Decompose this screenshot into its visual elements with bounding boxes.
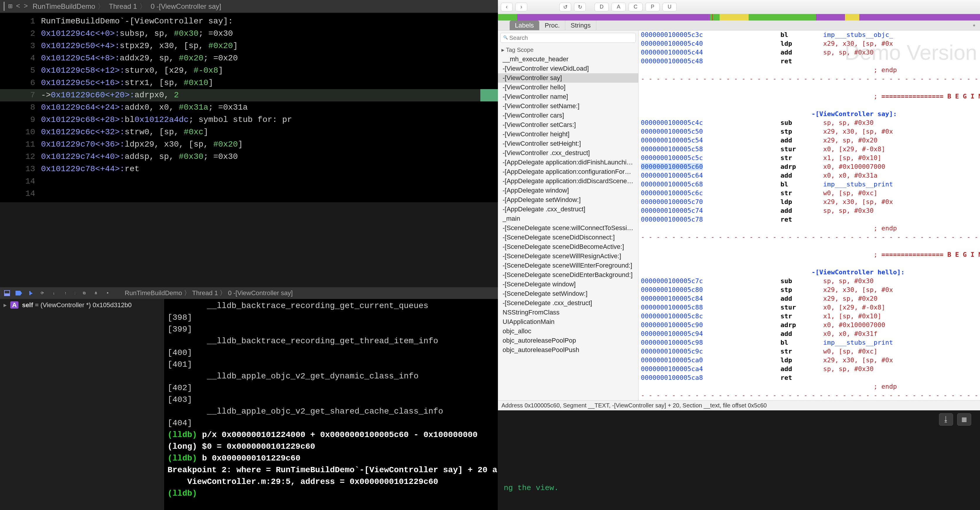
back-icon[interactable]: < [16,2,20,10]
disasm-line[interactable]: 0000000100005c80 stp x29, x30, [sp, #0x [641,285,980,294]
disasm-line[interactable]: 0000000100005c70 ldp x29, x30, [sp, #0x [641,198,980,206]
variables-pane[interactable]: ▸ A self = (ViewController *) 0x105d312b… [0,299,164,510]
list-item[interactable]: objc_alloc [498,327,638,336]
list-item[interactable]: -[AppDelegate .cxx_destruct] [498,205,638,214]
list-item[interactable]: -[AppDelegate setWindow:] [498,195,638,205]
list-item[interactable]: -[SceneDelegate .cxx_destruct] [498,298,638,308]
nav-forward-button[interactable]: › [515,3,527,11]
view-debug-icon[interactable]: ⧉ [81,290,88,296]
mode-c-button[interactable]: C [628,3,643,11]
asm-line[interactable]: 12 0x101229c74 <+40>: add sp, sp, #0x30 … [0,151,498,163]
disasm-line[interactable]: 0000000100005c6c str w0, [sp, #0xc] [641,189,980,198]
download-icon[interactable]: ⭳ [939,413,953,426]
list-item[interactable]: -[SceneDelegate setWindow:] [498,289,638,298]
disasm-line[interactable]: ; ================ B E G I N N I N G O F… [641,92,980,101]
tab-proc[interactable]: Proc. [539,21,565,30]
disasm-line[interactable]: -[ViewController hello]: [641,268,980,277]
mode-a-button[interactable]: A [611,3,625,11]
disasm-line[interactable]: ; ================ B E G I N N I N G O F… [641,250,980,259]
list-item[interactable]: UIApplicationMain [498,317,638,327]
disasm-line[interactable] [641,101,980,110]
breakpoints-icon[interactable] [15,290,22,296]
asm-line[interactable]: 3 0x101229c50 <+4>: stp x29, x30, [sp, #… [0,40,498,52]
forward-icon[interactable]: > [24,2,28,10]
list-item[interactable]: -[ViewController height] [498,129,638,139]
list-item[interactable]: -[ViewController .cxx_destruct] [498,148,638,158]
disasm-line[interactable]: 0000000100005c84 add x29, sp, #0x20 [641,294,980,303]
asm-line[interactable]: 9 0x101229c68 <+28>: bl 0x10122a4dc ; sy… [0,114,498,126]
disasm-line[interactable]: 0000000100005c4c sub sp, sp, #0x30 [641,118,980,127]
disasm-line[interactable] [641,259,980,268]
step-over-icon[interactable]: ⟳ [39,290,46,296]
list-item[interactable]: -[ViewController setCars:] [498,120,638,129]
disasm-line[interactable]: 0000000100005c64 add x0, x0, #0x31a [641,171,980,180]
disasm-line[interactable]: 0000000100005c74 add sp, sp, #0x30 [641,206,980,215]
disassembly-pane[interactable]: Demo Version 0000000100005c3c bl imp___s… [638,30,980,400]
list-item[interactable]: -[AppDelegate application:didDiscardScen… [498,177,638,186]
asm-line[interactable]: 6 0x101229c5c <+16>: str x1, [sp, #0x10] [0,77,498,89]
disasm-line[interactable]: 0000000100005c98 bl imp___stubs__print [641,338,980,347]
disasm-line[interactable]: 0000000100005c3c bl imp___stubs__objc_ [641,30,980,39]
grid-icon[interactable]: ⊞ [8,2,12,11]
tab-strings[interactable]: Strings [565,21,596,30]
disasm-line[interactable]: 0000000100005c94 add x0, x0, #0x31f [641,330,980,338]
symbol-list[interactable]: __mh_execute_header-[ViewController view… [498,54,638,398]
disasm-line[interactable]: 0000000100005c40 ldp x29, x30, [sp, #0x [641,39,980,48]
redo-button[interactable]: ↻ [574,3,586,11]
list-item[interactable]: -[SceneDelegate sceneDidDisconnect:] [498,233,638,242]
panels-icon[interactable]: ▦ [957,413,971,426]
asm-line[interactable]: 2 0x101229c4c <+0>: sub sp, sp, #0x30 ; … [0,27,498,40]
disasm-line[interactable]: 0000000100005c90 adrp x0, #0x100007000 [641,321,980,330]
list-item[interactable]: -[AppDelegate window] [498,186,638,195]
mode-d-button[interactable]: D [595,3,609,11]
list-item[interactable]: -[ViewController say] [498,73,638,83]
list-item[interactable]: -[AppDelegate application:configurationF… [498,167,638,177]
asm-line[interactable]: 14 [0,175,498,188]
list-item[interactable]: -[ViewController setHeight:] [498,139,638,148]
list-item[interactable]: -[SceneDelegate sceneDidEnterBackground:… [498,270,638,280]
minimap[interactable] [498,14,980,21]
mode-p-button[interactable]: P [646,3,660,11]
nav-back-button[interactable]: ‹ [501,3,512,11]
list-item[interactable]: -[ViewController name] [498,92,638,101]
step-out-icon[interactable]: ↑ [62,290,69,296]
undo-button[interactable]: ↺ [559,3,571,11]
disasm-line[interactable]: 0000000100005c48 ret [641,57,980,66]
disasm-line[interactable]: 0000000100005c54 add x29, sp, #0x20 [641,136,980,145]
list-item[interactable]: -[SceneDelegate scene:willConnectToSessi… [498,223,638,233]
disasm-line[interactable]: 0000000100005ca4 add sp, sp, #0x30 [641,365,980,373]
tab-favorite-icon[interactable]: ★ [968,21,980,30]
list-item[interactable]: objc_autoreleasePoolPush [498,345,638,355]
disasm-line[interactable]: 0000000100005ca8 ret [641,373,980,382]
asm-line[interactable]: 8 0x101229c64 <+24>: add x0, x0, #0x31a … [0,101,498,114]
disasm-line[interactable]: 0000000100005c44 add sp, sp, #0x30 [641,48,980,57]
location-icon[interactable]: ➤ [104,290,111,296]
list-item[interactable]: -[ViewController cars] [498,111,638,120]
list-item[interactable]: __mh_execute_header [498,54,638,64]
list-item[interactable]: -[AppDelegate application:didFinishLaunc… [498,158,638,167]
search-input[interactable] [500,33,636,43]
list-item[interactable]: _main [498,214,638,223]
disassembly-editor[interactable]: 1 RunTimeBuildDemo`-[ViewController say]… [0,13,498,202]
asm-line[interactable]: 5 0x101229c58 <+12>: stur x0, [x29, #-0x… [0,64,498,77]
lldb-console[interactable]: __lldb_backtrace_recording_get_current_q… [164,299,498,510]
asm-line[interactable]: 13 0x101229c78 <+44>: ret [0,163,498,175]
asm-line[interactable]: 10 0x101229c6c <+32>: str w0, [sp, #0xc] [0,126,498,138]
list-item[interactable]: -[ViewController setName:] [498,101,638,111]
disclosure-icon[interactable]: ▸ [3,301,7,309]
list-item[interactable]: -[SceneDelegate sceneWillEnterForeground… [498,261,638,270]
list-item[interactable]: NSStringFromClass [498,308,638,317]
sidebar-toggle-icon[interactable] [3,2,5,10]
mode-u-button[interactable]: U [662,3,676,11]
list-item[interactable]: -[ViewController hello] [498,83,638,92]
disasm-line[interactable] [641,83,980,92]
disasm-line[interactable]: 0000000100005c78 ret [641,215,980,224]
continue-icon[interactable]: ▐▶ [27,290,34,296]
disasm-line[interactable]: ; endp [641,382,980,391]
disasm-line[interactable]: 0000000100005c58 stur x0, [x29, #-0x8] [641,145,980,154]
asm-line[interactable]: 7 -> 0x101229c60 <+20>: adrp x0, 2 [0,89,498,101]
disasm-line[interactable]: ; endp [641,66,980,75]
hide-debug-icon[interactable] [3,290,11,296]
list-item[interactable]: -[ViewController viewDidLoad] [498,64,638,73]
asm-line[interactable]: 4 0x101229c54 <+8>: add x29, sp, #0x20 ;… [0,52,498,64]
